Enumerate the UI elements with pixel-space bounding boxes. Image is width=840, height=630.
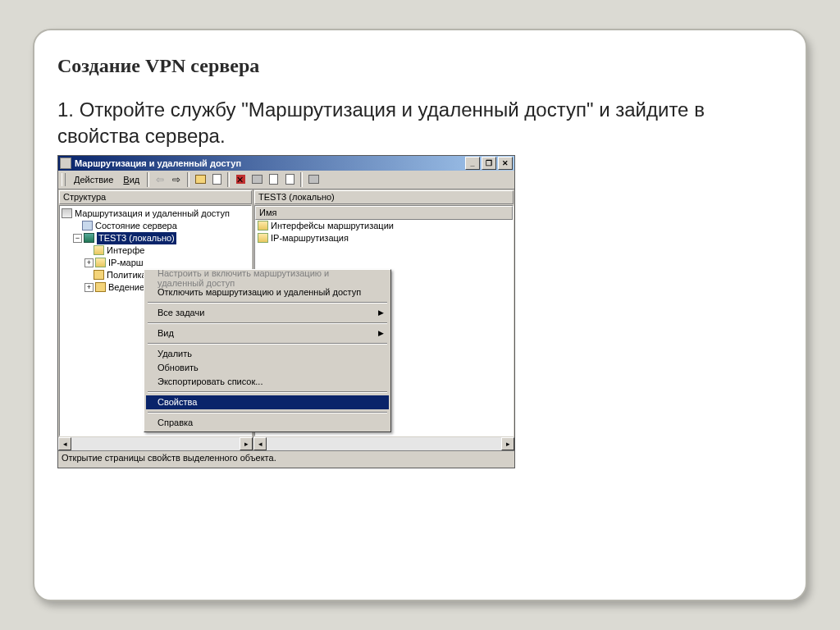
client-area: Структура Маршрутизация и удаленный дост… — [58, 189, 514, 450]
scroll-left-button[interactable]: ◂ — [253, 437, 267, 450]
scroll-right-button[interactable]: ▸ — [501, 437, 514, 450]
help-button[interactable] — [305, 171, 322, 188]
restore-button[interactable]: ❐ — [482, 157, 496, 170]
ctx-separator — [148, 322, 387, 324]
list-item-interfaces[interactable]: Интерфейсы маршрутизации — [255, 220, 513, 232]
toolbar-separator — [227, 172, 230, 187]
arrow-left-icon: ⇦ — [156, 174, 164, 185]
titlebar[interactable]: Маршрутизация и удаленный доступ _ ❐ ✕ — [58, 156, 514, 171]
ctx-separator — [148, 412, 387, 413]
tree-item-test3[interactable]: − TEST3 (локально) — [62, 232, 251, 244]
server-status-icon — [82, 221, 93, 231]
properties-icon — [252, 175, 262, 184]
ctx-item-delete[interactable]: Удалить — [146, 347, 389, 361]
refresh-icon — [269, 174, 278, 185]
delete-x-icon: ✕ — [236, 175, 245, 184]
close-button[interactable]: ✕ — [498, 157, 513, 170]
ctx-item-view[interactable]: Вид ▶ — [146, 326, 389, 340]
menu-view[interactable]: Вид — [118, 175, 144, 185]
toolbar-separator — [300, 172, 303, 187]
folder-up-icon — [195, 175, 206, 184]
folder-icon — [94, 270, 104, 280]
interfaces-icon — [258, 221, 268, 231]
ip-routing-icon — [258, 233, 268, 243]
slide: Создание VPN сервера 1. Откройте службу … — [33, 29, 807, 601]
list-item-ip-routing[interactable]: IP-маршрутизация — [255, 232, 513, 244]
expand-icon[interactable]: + — [84, 258, 94, 267]
menu-action[interactable]: Действие — [69, 175, 118, 185]
ctx-separator — [148, 391, 387, 393]
nav-forward-button[interactable]: ⇨ — [168, 171, 185, 188]
tree-item-interfaces[interactable]: Интерфе — [62, 244, 251, 257]
ctx-item-all-tasks[interactable]: Все задачи ▶ — [146, 306, 389, 320]
toolbar-separator — [147, 172, 149, 187]
grip-handle — [62, 173, 66, 186]
scroll-track[interactable] — [267, 437, 501, 450]
ctx-separator — [148, 302, 387, 304]
ctx-item-disable[interactable]: Отключить маршрутизацию и удаленный дост… — [146, 285, 389, 299]
slide-title: Создание VPN сервера — [57, 55, 783, 77]
ctx-item-configure: Настроить и включить маршрутизацию и уда… — [146, 272, 389, 285]
scroll-track[interactable] — [71, 437, 240, 450]
slide-step-text: 1. Откройте службу "Маршрутизация и удал… — [57, 97, 783, 150]
collapse-icon[interactable]: − — [73, 234, 82, 243]
tree-scrollbar-horizontal[interactable]: ◂ ▸ — [58, 437, 253, 450]
nav-back-button[interactable]: ⇦ — [152, 171, 168, 188]
tree-item-server-status[interactable]: Состояние сервера — [62, 220, 251, 232]
window-controls: _ ❐ ✕ — [463, 157, 513, 170]
delete-button[interactable]: ✕ — [232, 171, 249, 188]
context-menu: Настроить и включить маршрутизацию и уда… — [144, 269, 391, 432]
list-column-name[interactable]: Имя — [255, 206, 513, 220]
app-icon — [60, 158, 71, 169]
console-root-icon — [62, 208, 72, 218]
interfaces-icon — [94, 245, 104, 255]
tree-header[interactable]: Структура — [59, 190, 252, 204]
properties-button[interactable] — [249, 171, 265, 188]
server-icon — [84, 233, 94, 243]
ctx-separator — [148, 343, 387, 345]
list-header[interactable]: TEST3 (локально) — [254, 190, 514, 204]
help-icon — [308, 175, 319, 184]
tree-root[interactable]: Маршрутизация и удаленный доступ — [62, 208, 251, 220]
up-level-button[interactable] — [192, 171, 208, 188]
ctx-item-refresh[interactable]: Обновить — [146, 361, 389, 375]
list-scrollbar-horizontal[interactable]: ◂ ▸ — [253, 437, 514, 450]
expand-icon[interactable]: + — [84, 283, 94, 292]
refresh-button[interactable] — [265, 171, 281, 188]
scroll-left-button[interactable]: ◂ — [58, 437, 71, 450]
ctx-item-properties[interactable]: Свойства — [146, 395, 389, 409]
arrow-right-icon: ⇨ — [172, 174, 180, 185]
export-list-icon — [285, 174, 294, 185]
submenu-arrow-icon: ▶ — [378, 329, 384, 337]
minimize-button[interactable]: _ — [465, 157, 480, 170]
tree-view[interactable]: Маршрутизация и удаленный доступ Состоян… — [59, 205, 252, 436]
status-bar: Открытие страницы свойств выделенного об… — [58, 450, 514, 468]
show-hide-button[interactable] — [208, 171, 225, 188]
menubar: Действие Вид ⇦ ⇨ ✕ — [58, 171, 514, 189]
window-title: Маршрутизация и удаленный доступ — [75, 158, 463, 168]
ctx-item-help[interactable]: Справка — [146, 416, 389, 430]
mmc-window: Маршрутизация и удаленный доступ _ ❐ ✕ Д… — [57, 155, 515, 468]
submenu-arrow-icon: ▶ — [378, 308, 384, 317]
ip-routing-icon — [95, 258, 106, 267]
tree-item-ip-routing[interactable]: + IP-марш — [62, 257, 251, 269]
tree-pane: Структура Маршрутизация и удаленный дост… — [58, 189, 253, 450]
folder-icon — [95, 282, 106, 292]
console-tree-icon — [212, 174, 221, 185]
scroll-right-button[interactable]: ▸ — [240, 437, 253, 450]
ctx-item-export[interactable]: Экспортировать список... — [146, 375, 389, 389]
toolbar-separator — [187, 172, 189, 187]
export-button[interactable] — [281, 171, 298, 188]
